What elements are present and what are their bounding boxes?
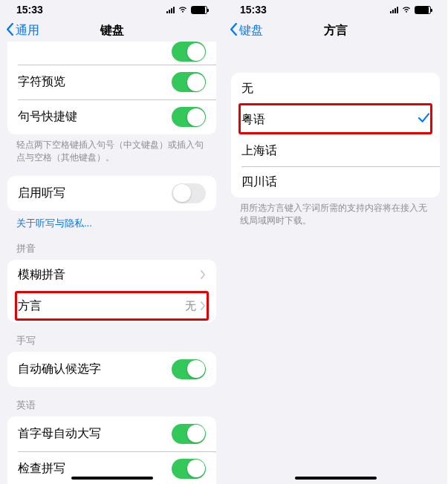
nav-bar: 键盘 方言	[224, 19, 447, 42]
row-partial[interactable]	[7, 42, 216, 65]
row-dialect[interactable]: 方言 无	[7, 291, 216, 322]
status-bar: 15:33	[224, 0, 447, 19]
toggle-char-preview[interactable]	[172, 72, 206, 92]
row-dialect-shanghainese[interactable]: 上海话	[231, 135, 440, 166]
section-header-pinyin: 拼音	[0, 230, 224, 260]
chevron-right-icon	[201, 269, 206, 282]
row-dialect-cantonese[interactable]: 粤语	[231, 104, 440, 135]
content-area: 无 粤语 上海话 四川话 用所选方言键入字词所需的支持内容将在接入无线局域网时下…	[224, 42, 447, 484]
row-autoconfirm[interactable]: 自动确认候选字	[7, 352, 216, 387]
row-dictation[interactable]: 启用听写	[7, 176, 216, 211]
row-label: 粤语	[241, 112, 265, 128]
row-label: 检查拼写	[18, 461, 65, 477]
footer-text-period: 轻点两下空格键插入句号（中文键盘）或插入句点与空格（其他键盘）。	[0, 134, 224, 164]
group-handwriting: 自动确认候选字	[7, 352, 216, 387]
nav-bar: 通用 键盘	[0, 19, 224, 42]
group-dialects: 无 粤语 上海话 四川话	[231, 73, 440, 197]
row-label: 自动确认候选字	[18, 362, 101, 377]
battery-icon	[415, 6, 431, 14]
toggle-dictation[interactable]	[172, 183, 206, 203]
section-header-handwriting: 手写	[0, 322, 224, 352]
signal-icon	[166, 7, 175, 13]
group-top: 字符预览 句号快捷键	[7, 42, 216, 134]
chevron-right-icon	[201, 300, 206, 313]
toggle-period[interactable]	[172, 107, 206, 127]
row-label: 上海话	[241, 143, 277, 159]
row-label: 句号快捷键	[18, 109, 77, 125]
footer-text-dialect: 用所选方言键入字词所需的支持内容将在接入无线局域网时下载。	[224, 197, 447, 227]
chevron-left-icon	[6, 23, 14, 39]
wifi-icon	[401, 4, 412, 16]
row-label: 首字母自动大写	[18, 426, 101, 442]
row-label: 启用听写	[18, 186, 65, 201]
signal-icon	[390, 7, 398, 13]
status-icons	[390, 4, 431, 16]
status-icons	[166, 4, 207, 16]
row-label: 方言	[18, 298, 42, 314]
nav-back-button[interactable]: 通用	[6, 23, 39, 39]
wifi-icon	[178, 4, 188, 16]
row-label: 字符预览	[18, 74, 65, 90]
toggle-autocap[interactable]	[172, 424, 206, 444]
row-char-preview[interactable]: 字符预览	[7, 65, 216, 99]
group-english: 首字母自动大写 检查拼写 输入预测 滑行键入时逐词删除	[7, 416, 216, 484]
toggle-partial[interactable]	[172, 42, 206, 62]
toggle-autoconfirm[interactable]	[172, 359, 206, 379]
chevron-left-icon	[230, 23, 238, 39]
battery-icon	[191, 6, 207, 14]
phone-left: 15:33 通用 键盘 字符预览 句号快捷键	[0, 0, 224, 484]
status-time: 15:33	[240, 4, 267, 16]
row-value: 无	[185, 299, 196, 313]
status-time: 15:33	[16, 4, 43, 16]
group-dictation: 启用听写	[7, 176, 216, 211]
phone-right: 15:33 键盘 方言 无 粤语 上海话	[224, 0, 447, 484]
nav-title: 方言	[324, 23, 348, 39]
dictation-privacy-link[interactable]: 关于听写与隐私...	[0, 211, 224, 230]
nav-back-button[interactable]: 键盘	[230, 23, 263, 39]
checkmark-icon	[418, 113, 429, 126]
row-period-shortcut[interactable]: 句号快捷键	[7, 99, 216, 134]
status-bar: 15:33	[0, 0, 224, 19]
home-indicator	[295, 477, 377, 480]
row-label: 四川话	[241, 174, 277, 190]
row-autocap[interactable]: 首字母自动大写	[7, 416, 216, 451]
home-indicator	[71, 477, 153, 480]
row-label: 无	[241, 81, 253, 97]
nav-title: 键盘	[100, 23, 124, 39]
row-dialect-none[interactable]: 无	[231, 73, 440, 104]
row-fuzzy-pinyin[interactable]: 模糊拼音	[7, 260, 216, 291]
group-pinyin: 模糊拼音 方言 无	[7, 260, 216, 322]
row-label: 模糊拼音	[18, 267, 65, 283]
nav-back-label: 通用	[16, 23, 39, 39]
toggle-checkspell[interactable]	[172, 459, 206, 479]
row-dialect-sichuanese[interactable]: 四川话	[231, 166, 440, 197]
content-area: 字符预览 句号快捷键 轻点两下空格键插入句号（中文键盘）或插入句点与空格（其他键…	[0, 42, 224, 484]
section-header-english: 英语	[0, 387, 224, 416]
nav-back-label: 键盘	[239, 23, 263, 39]
